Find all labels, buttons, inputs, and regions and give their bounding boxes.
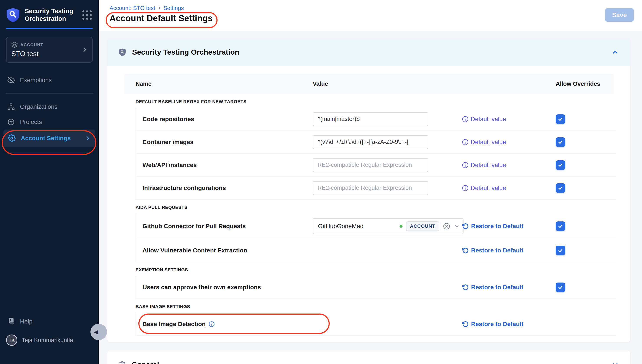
help-chat-icon: ? (7, 318, 15, 326)
cube-icon (7, 118, 15, 126)
group-rows: Code repositories Default value Containe… (136, 108, 616, 200)
allow-overrides-checkbox[interactable] (556, 114, 565, 124)
column-header-name: Name (136, 80, 313, 87)
group-label: AIDA PULL REQUESTS (124, 200, 616, 214)
restore-default-link[interactable]: Restore to Default (471, 284, 523, 291)
info-icon[interactable] (209, 321, 215, 327)
divider (6, 152, 93, 153)
column-header-value: Value (313, 80, 462, 87)
group-rows: Base Image Detection Restore to Default (136, 313, 616, 336)
account-scope-card[interactable]: ACCOUNT STO test (6, 37, 93, 62)
restore-default-link[interactable]: Restore to Default (471, 247, 523, 254)
account-name: STO test (11, 50, 87, 58)
account-scope-label: ACCOUNT (20, 42, 43, 47)
sidebar-module-title: Security Testing Orchestration (25, 7, 78, 22)
table-row: Code repositories Default value (136, 108, 616, 131)
setting-label: Base Image Detection (143, 321, 206, 328)
check-icon (558, 162, 563, 168)
regex-input[interactable] (313, 181, 428, 195)
chevron-down-icon[interactable] (611, 361, 619, 364)
check-icon (558, 224, 563, 229)
sidebar-item-projects[interactable]: Projects (0, 114, 99, 130)
chevron-down-icon[interactable] (454, 224, 460, 229)
sidebar-item-label: Account Settings (21, 135, 71, 142)
default-value-link[interactable]: Default value (471, 184, 506, 192)
section-title: Security Testing Orchestration (132, 48, 605, 56)
restore-icon (462, 247, 469, 254)
restore-default-link[interactable]: Restore to Default (471, 223, 523, 230)
group-rows: Users can approve their own exemptions R… (136, 276, 616, 299)
eye-off-icon (7, 76, 15, 84)
group-label: BASE IMAGE SETTINGS (124, 299, 616, 313)
allow-overrides-checkbox[interactable] (556, 282, 565, 292)
info-icon (462, 116, 468, 122)
setting-label: Infrastructure configurations (143, 184, 313, 192)
table-row: Web/API instances Default value (136, 154, 616, 176)
regex-input[interactable] (313, 112, 428, 126)
breadcrumb-account-link[interactable]: Account: STO test (110, 5, 155, 12)
setting-label: Web/API instances (143, 162, 313, 168)
restore-icon (462, 284, 469, 291)
sidebar-item-label: Organizations (20, 103, 58, 110)
setting-label: Github Connector for Pull Requests (143, 223, 313, 230)
sidebar-item-exemptions[interactable]: Exemptions (0, 72, 99, 88)
info-icon (462, 185, 468, 191)
gear-icon (119, 361, 126, 364)
module-accent-underline (6, 28, 93, 29)
sto-settings-card: Security Testing Orchestration Name Valu… (107, 38, 630, 342)
table-row: Allow Vulnerable Content Extraction Rest… (136, 239, 616, 262)
table-header: Name Value Allow Overrides (124, 74, 614, 94)
group-label: DEFAULT BASELINE REGEX FOR NEW TARGETS (124, 94, 616, 108)
regex-input[interactable] (313, 158, 428, 172)
sidebar-item-help[interactable]: ? Help (0, 314, 99, 329)
page-title: Account Default Settings (110, 14, 213, 23)
breadcrumb-separator-icon: › (158, 4, 161, 12)
chevron-up-icon[interactable] (611, 48, 619, 56)
sidebar-item-organizations[interactable]: Organizations (0, 99, 99, 114)
regex-input[interactable] (313, 135, 428, 149)
setting-label: Users can approve their own exemptions (143, 284, 313, 291)
column-header-overrides: Allow Overrides (556, 80, 614, 87)
allow-overrides-checkbox[interactable] (556, 222, 565, 231)
table-row: Infrastructure configurations Default va… (136, 176, 616, 200)
default-value-link[interactable]: Default value (471, 139, 506, 146)
group-label: EXEMPTION SETTINGS (124, 262, 616, 276)
default-value-link[interactable]: Default value (471, 116, 506, 123)
main-content: Security Testing Orchestration Name Valu… (99, 31, 642, 364)
allow-overrides-checkbox[interactable] (556, 183, 565, 193)
table-row: Base Image Detection Restore to Default (136, 313, 616, 336)
clear-icon[interactable] (443, 222, 451, 230)
general-settings-card: General (107, 351, 630, 364)
shield-search-icon (119, 48, 126, 56)
sto-module-logo-icon (6, 7, 20, 22)
chevron-right-icon (82, 47, 87, 53)
default-value-link[interactable]: Default value (471, 162, 506, 168)
check-icon (558, 284, 563, 290)
restore-default-link[interactable]: Restore to Default (471, 321, 523, 328)
user-name: Teja Kummarikuntla (22, 337, 73, 344)
allow-overrides-checkbox[interactable] (556, 246, 565, 255)
info-icon (462, 162, 468, 168)
table-row: Users can approve their own exemptions R… (136, 276, 616, 299)
check-icon (558, 248, 563, 253)
sidebar-collapse-handle[interactable]: ◀ (90, 324, 107, 340)
breadcrumb: Account: STO test › Settings (110, 4, 184, 12)
info-icon (462, 139, 468, 146)
user-profile[interactable]: TK Teja Kummarikuntla (0, 329, 99, 351)
breadcrumb-settings-link[interactable]: Settings (164, 5, 184, 12)
allow-overrides-checkbox[interactable] (556, 160, 565, 170)
connector-scope-badge: ACCOUNT (406, 222, 439, 231)
sidebar-item-account-settings[interactable]: Account Settings (4, 130, 95, 147)
allow-overrides-checkbox[interactable] (556, 137, 565, 147)
connector-name: GitHubGoneMad (318, 223, 396, 230)
svg-text:?: ? (10, 319, 11, 322)
check-icon (558, 139, 563, 145)
restore-icon (462, 321, 469, 328)
save-button[interactable]: Save (605, 8, 634, 22)
setting-label: Code repositories (143, 116, 313, 123)
table-row: Container images Default value (136, 131, 616, 154)
gear-icon (8, 134, 16, 142)
module-switcher-icon[interactable] (82, 10, 92, 20)
restore-icon (462, 223, 469, 230)
connector-select[interactable]: GitHubGoneMad ACCOUNT (313, 218, 464, 234)
